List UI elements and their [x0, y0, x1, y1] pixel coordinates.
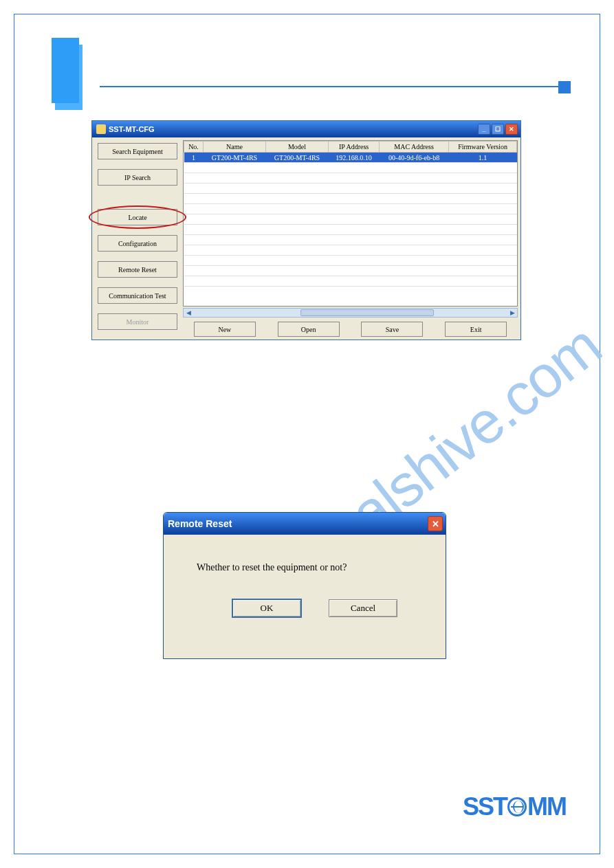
- grid-row-selected[interactable]: 1 GT200-MT-4RS GT200-MT-4RS 192.168.0.10…: [184, 153, 517, 163]
- header-underline-cap: [558, 81, 571, 93]
- col-name[interactable]: Name: [204, 142, 266, 153]
- locate-button[interactable]: Locate: [98, 209, 177, 225]
- grid-row-empty[interactable]: [184, 266, 517, 276]
- header-decoration-front: [52, 38, 79, 103]
- grid-row-empty[interactable]: [184, 204, 517, 214]
- grid-row-empty[interactable]: [184, 173, 517, 183]
- sstcomm-logo: SST MM: [463, 792, 566, 821]
- col-mac[interactable]: MAC Address: [380, 142, 449, 153]
- save-button[interactable]: Save: [361, 322, 423, 337]
- col-fw[interactable]: Firmware Version: [449, 142, 517, 153]
- globe-icon: [507, 797, 527, 816]
- dialog-button-row: OK Cancel: [197, 599, 446, 617]
- ip-search-button[interactable]: IP Search: [98, 169, 177, 186]
- col-model[interactable]: Model: [266, 142, 329, 153]
- grid-row-empty[interactable]: [184, 256, 517, 266]
- cell-model: GT200-MT-4RS: [266, 153, 329, 163]
- dialog-close-button[interactable]: ✕: [428, 516, 443, 531]
- sst-mt-cfg-window: SST-MT-CFG _ ☐ ✕ Search Equipment IP Sea…: [91, 120, 521, 340]
- dialog-message: Whether to reset the equipment or not?: [197, 562, 446, 573]
- scroll-right-icon[interactable]: ▶: [507, 309, 517, 317]
- dialog-title: Remote Reset: [168, 518, 232, 529]
- monitor-button[interactable]: Monitor: [98, 313, 177, 330]
- cell-ip: 192.168.0.10: [329, 153, 380, 163]
- configuration-button[interactable]: Configuration: [98, 235, 177, 252]
- window-title: SST-MT-CFG: [109, 125, 155, 133]
- equipment-grid[interactable]: No. Name Model IP Address MAC Address Fi…: [183, 140, 518, 307]
- grid-row-empty[interactable]: [184, 194, 517, 204]
- scrollbar-thumb[interactable]: [300, 309, 434, 316]
- bottom-button-row: New Open Save Exit: [183, 319, 518, 337]
- ok-button[interactable]: OK: [232, 599, 301, 617]
- horizontal-scrollbar[interactable]: ◀ ▶: [183, 308, 518, 318]
- cell-fw: 1.1: [449, 153, 517, 163]
- col-no[interactable]: No.: [184, 142, 204, 153]
- new-button[interactable]: New: [194, 322, 256, 337]
- sidebar: Search Equipment IP Search Locate Config…: [95, 140, 180, 337]
- grid-row-empty[interactable]: [184, 163, 517, 173]
- grid-row-empty[interactable]: [184, 183, 517, 194]
- maximize-button[interactable]: ☐: [492, 124, 504, 135]
- grid-row-empty[interactable]: [184, 235, 517, 245]
- logo-text-mm: MM: [527, 792, 566, 821]
- open-button[interactable]: Open: [278, 322, 340, 337]
- exit-button[interactable]: Exit: [445, 322, 507, 337]
- grid-row-empty[interactable]: [184, 245, 517, 256]
- search-equipment-button[interactable]: Search Equipment: [98, 143, 177, 159]
- cancel-button[interactable]: Cancel: [329, 599, 397, 617]
- grid-row-empty[interactable]: [184, 214, 517, 225]
- grid-row-empty[interactable]: [184, 276, 517, 287]
- dialog-titlebar[interactable]: Remote Reset ✕: [164, 513, 446, 535]
- minimize-button[interactable]: _: [478, 124, 490, 135]
- col-ip[interactable]: IP Address: [329, 142, 380, 153]
- window-controls: _ ☐ ✕: [478, 124, 520, 135]
- dialog-body: Whether to reset the equipment or not? O…: [164, 535, 446, 617]
- remote-reset-dialog: Remote Reset ✕ Whether to reset the equi…: [163, 512, 446, 659]
- logo-text-sst: SST: [463, 792, 507, 821]
- scroll-left-icon[interactable]: ◀: [184, 309, 193, 317]
- remote-reset-button[interactable]: Remote Reset: [98, 261, 177, 278]
- communication-test-button[interactable]: Communication Test: [98, 287, 177, 304]
- cell-no: 1: [184, 153, 204, 163]
- main-area: No. Name Model IP Address MAC Address Fi…: [180, 140, 518, 337]
- grid-row-empty[interactable]: [184, 225, 517, 235]
- locate-label: Locate: [128, 214, 146, 221]
- close-button[interactable]: ✕: [505, 124, 518, 135]
- cell-mac: 00-40-9d-f6-eb-b8: [380, 153, 449, 163]
- grid-header-row: No. Name Model IP Address MAC Address Fi…: [184, 142, 517, 153]
- dialog-window-controls: ✕: [428, 516, 446, 531]
- cell-name: GT200-MT-4RS: [204, 153, 266, 163]
- window-body: Search Equipment IP Search Locate Config…: [92, 137, 520, 340]
- app-icon: [96, 124, 106, 134]
- titlebar[interactable]: SST-MT-CFG _ ☐ ✕: [92, 121, 520, 137]
- header-underline: [100, 86, 562, 87]
